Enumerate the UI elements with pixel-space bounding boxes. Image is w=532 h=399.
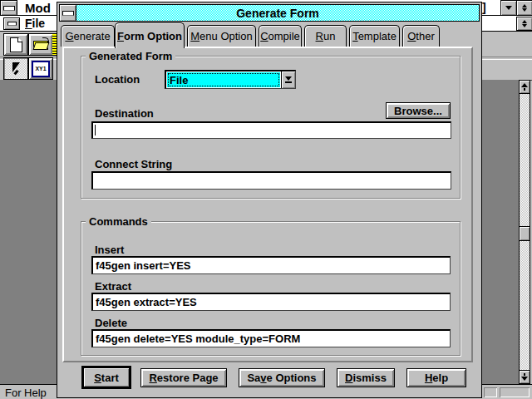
main-window-title: Mod	[25, 1, 51, 15]
control-menu-dash-icon	[7, 22, 17, 26]
main-window-title-end: ]	[482, 1, 486, 14]
tab-menu-option[interactable]: Menu Option	[187, 25, 256, 47]
help-button[interactable]: Help	[406, 368, 466, 387]
document-restore-button[interactable]	[516, 17, 532, 31]
browse-button[interactable]: Browse...	[386, 102, 451, 119]
generate-form-dialog: Generate Form Generate Form Option Menu …	[57, 2, 482, 398]
dismiss-button[interactable]: Dismiss	[337, 368, 395, 387]
open-file-button[interactable]	[28, 33, 53, 56]
minimize-button[interactable]	[500, 0, 517, 16]
dropdown-arrow-icon	[285, 76, 292, 81]
xy1-tool-button[interactable]: XY1	[28, 57, 53, 80]
new-document-icon	[10, 37, 22, 52]
location-selected-value[interactable]: File	[167, 72, 280, 87]
tab-generate[interactable]: Generate	[61, 25, 115, 47]
connect-string-input[interactable]	[91, 171, 451, 190]
minimize-icon	[505, 6, 512, 10]
start-button-default-ring: Start	[81, 366, 131, 389]
dropdown-arrow-bar	[285, 81, 292, 83]
tab-template[interactable]: Template	[349, 25, 400, 47]
delete-label: Delete	[95, 317, 127, 329]
status-pane-small	[484, 387, 497, 397]
open-folder-icon	[33, 40, 48, 50]
tab-other[interactable]: Other	[402, 25, 440, 47]
extract-command-input[interactable]	[91, 293, 451, 311]
status-message: For Help	[5, 387, 47, 399]
control-menu-dash-icon	[3, 6, 15, 11]
commands-group: Commands Insert Extract Delete	[81, 221, 461, 356]
vertical-scrollbar[interactable]	[519, 80, 530, 384]
generated-form-group: Generated Form Location File Destination…	[81, 56, 461, 199]
control-menu-dash-icon	[62, 11, 74, 16]
tab-form-option[interactable]: Form Option	[115, 22, 185, 48]
tab-compile[interactable]: Compile	[259, 25, 302, 47]
location-combobox[interactable]: File	[165, 70, 296, 89]
restore-icon	[522, 20, 527, 27]
restore-button[interactable]	[516, 0, 532, 16]
start-button[interactable]: Start	[83, 367, 130, 387]
location-label: Location	[95, 73, 140, 86]
arrow-down-icon	[521, 373, 528, 381]
combobox-dropdown-button[interactable]	[281, 71, 295, 88]
delete-command-input[interactable]	[91, 329, 451, 347]
text-caret	[95, 125, 96, 135]
insert-label: Insert	[95, 244, 124, 256]
insert-command-input[interactable]	[91, 256, 451, 274]
menu-item-file[interactable]: File	[25, 17, 45, 30]
destination-input[interactable]	[91, 121, 451, 139]
screen: Mod ] File	[0, 0, 532, 399]
group-label: Generated Form	[86, 50, 175, 62]
tab-run[interactable]: Run	[304, 25, 347, 47]
main-control-menu-button[interactable]	[0, 0, 17, 16]
scroll-down-button[interactable]	[519, 370, 530, 384]
dialog-title-area: Generate Form	[76, 5, 479, 21]
restore-icon	[522, 4, 527, 12]
document-control-menu-button[interactable]	[3, 17, 20, 30]
xy1-tool-icon: XY1	[32, 61, 50, 77]
tab-panel-form-option: Generated Form Location File Destination…	[62, 47, 473, 362]
dialog-title: Generate Form	[236, 7, 319, 20]
arrow-up-icon	[521, 83, 528, 91]
pointer-tool-button[interactable]	[3, 57, 28, 80]
new-document-button[interactable]	[3, 33, 28, 56]
pointer-arrow-icon	[10, 62, 22, 76]
destination-label: Destination	[95, 107, 154, 120]
extract-label: Extract	[95, 280, 131, 293]
restore-page-button[interactable]: Restore Page	[140, 368, 227, 387]
scrollbar-thumb[interactable]	[519, 226, 530, 241]
save-options-button[interactable]: Save Options	[239, 368, 325, 387]
status-pane-large	[500, 387, 530, 397]
connect-string-label: Connect String	[95, 158, 172, 170]
dialog-titlebar[interactable]: Generate Form	[59, 4, 480, 22]
group-label: Commands	[86, 215, 151, 228]
dialog-control-menu-button[interactable]	[60, 5, 76, 21]
scroll-up-button[interactable]	[519, 80, 530, 94]
